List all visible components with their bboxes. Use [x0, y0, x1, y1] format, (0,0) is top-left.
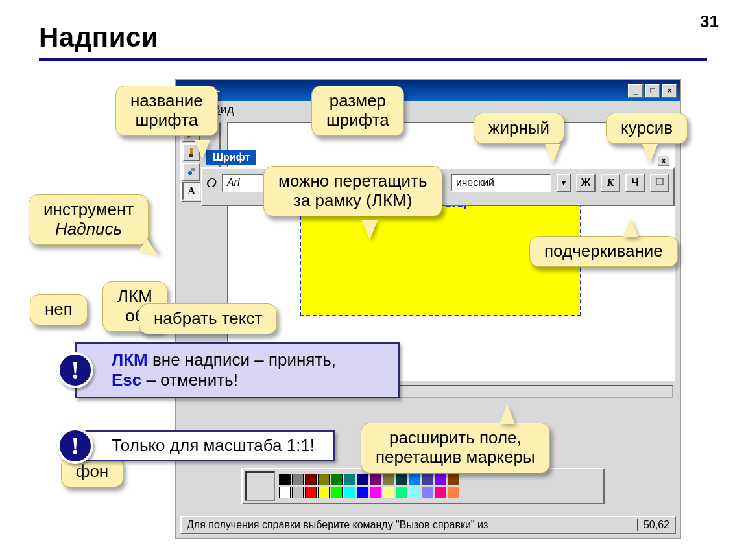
- svg-rect-0: [190, 148, 193, 154]
- color-swatch[interactable]: [279, 474, 291, 485]
- window-close-button[interactable]: ×: [662, 84, 677, 98]
- color-swatch[interactable]: [305, 474, 317, 485]
- dropdown-button[interactable]: ▼: [557, 174, 571, 192]
- callout-font-size: размер шрифта: [311, 86, 404, 136]
- color-swatch[interactable]: [435, 487, 446, 498]
- svg-rect-4: [656, 178, 663, 185]
- color-swatch[interactable]: [292, 474, 304, 485]
- color-swatch[interactable]: [370, 474, 381, 485]
- callout-font-name: название шрифта: [115, 86, 218, 136]
- underline-button[interactable]: Ч: [625, 174, 645, 192]
- color-swatch[interactable]: [448, 487, 459, 498]
- callout-drag-frame: можно перетащить за рамку (ЛКМ): [263, 166, 442, 216]
- color-swatch[interactable]: [422, 474, 433, 485]
- color-swatch[interactable]: [435, 474, 446, 485]
- color-swatch[interactable]: [318, 487, 330, 498]
- color-swatch[interactable]: [331, 474, 343, 485]
- window-caption: нный -: [182, 84, 628, 98]
- color-swatch[interactable]: [331, 487, 343, 498]
- title-rule: [39, 58, 707, 61]
- color-swatch[interactable]: [305, 487, 317, 498]
- callout-underline: подчеркивание: [529, 236, 678, 267]
- color-swatch[interactable]: [383, 474, 394, 485]
- color-swatch[interactable]: [396, 474, 407, 485]
- color-swatch[interactable]: [409, 474, 420, 485]
- extra-style-button[interactable]: [650, 174, 669, 192]
- color-palette[interactable]: [241, 468, 605, 504]
- svg-rect-1: [189, 154, 193, 157]
- color-swatch[interactable]: [383, 487, 394, 498]
- swatch-grid[interactable]: [279, 474, 459, 498]
- font-toolbar-close-button[interactable]: x: [658, 156, 669, 166]
- color-swatch[interactable]: [344, 487, 355, 498]
- font-toolbar-title[interactable]: Шрифт: [206, 150, 256, 165]
- slide-title: Надписи: [39, 22, 707, 53]
- callout-tail-icon: [623, 218, 638, 237]
- svg-rect-3: [191, 168, 195, 171]
- callout-tail-icon: [642, 144, 658, 163]
- color-swatch[interactable]: [357, 487, 368, 498]
- text-tool-button[interactable]: A: [182, 182, 200, 200]
- callout-bold: жирный: [474, 113, 564, 144]
- color-swatch[interactable]: [279, 487, 291, 498]
- callout-tool: инструмент Надпись инструментНадпись: [29, 194, 149, 245]
- info-scale-only: ! Только для масштаба 1:1!: [75, 430, 335, 461]
- menu-bar[interactable]: вка Вид Справ: [176, 101, 680, 118]
- warning-badge-icon: !: [57, 428, 93, 464]
- color-swatch[interactable]: [344, 474, 355, 485]
- page-number: 31: [700, 12, 719, 32]
- color-swatch[interactable]: [448, 474, 459, 485]
- callout-tail-icon: [195, 140, 210, 159]
- callout-tail-icon: [499, 404, 515, 424]
- color-swatch[interactable]: [396, 487, 407, 498]
- color-swatch[interactable]: [370, 487, 381, 498]
- callout-type-text: набрать текст: [139, 303, 277, 334]
- callout-italic: курсив: [606, 113, 688, 144]
- status-bar: Для получения справки выберите команду "…: [180, 516, 676, 534]
- airbrush-tool-button[interactable]: [182, 163, 200, 181]
- bold-button[interactable]: Ж: [576, 174, 596, 192]
- current-colors-icon: [245, 471, 275, 501]
- info-accept-cancel: ! ЛКМ вне надписи – принять, Esc – отмен…: [75, 342, 400, 398]
- font-preview-icon: O: [206, 174, 217, 191]
- callout-nepr-fragment: неп: [30, 294, 88, 325]
- window-max-button[interactable]: □: [645, 84, 660, 98]
- italic-button[interactable]: К: [601, 174, 620, 192]
- status-coordinates: 50,62: [637, 519, 669, 531]
- color-swatch[interactable]: [422, 487, 433, 498]
- warning-badge-icon: !: [57, 352, 93, 388]
- callout-tail-icon: [545, 144, 560, 163]
- callout-expand-field: расширить поле, перетащив маркеры: [361, 423, 550, 473]
- color-swatch[interactable]: [318, 474, 330, 485]
- status-text: Для получения справки выберите команду "…: [187, 519, 488, 531]
- color-swatch[interactable]: [357, 474, 368, 485]
- window-titlebar[interactable]: нный - _ □ ×: [176, 80, 680, 101]
- font-style-field[interactable]: ический: [451, 174, 551, 192]
- color-swatch[interactable]: [292, 487, 304, 498]
- window-min-button[interactable]: _: [628, 84, 644, 98]
- svg-point-2: [188, 171, 192, 175]
- color-swatch[interactable]: [409, 487, 420, 498]
- callout-tail-icon: [362, 220, 378, 240]
